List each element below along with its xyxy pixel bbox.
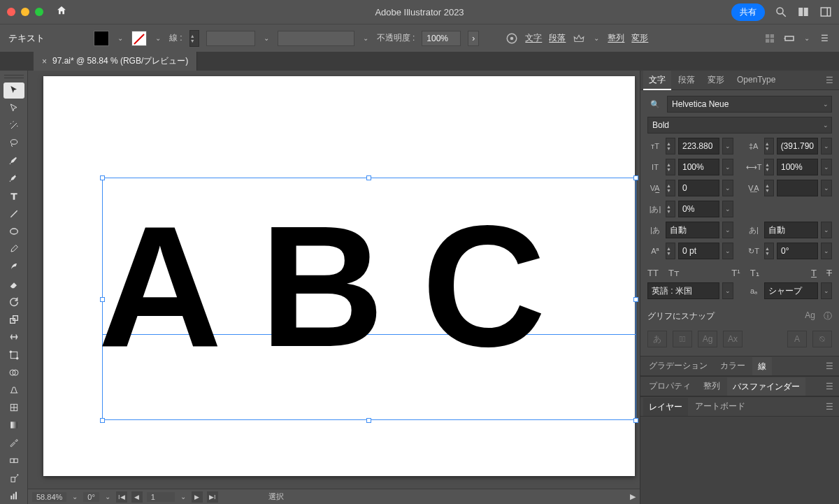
tab-opentype[interactable]: OpenType bbox=[731, 71, 781, 89]
snap-glyph-icon[interactable]: Ag bbox=[805, 310, 815, 322]
chevron-down-icon[interactable]: ⌄ bbox=[821, 138, 832, 154]
panel-menu-icon[interactable]: ☰ bbox=[820, 361, 839, 371]
tab-gradient[interactable]: グラデーション bbox=[643, 357, 713, 376]
pen-tool[interactable] bbox=[3, 153, 24, 169]
home-icon[interactable] bbox=[56, 5, 67, 19]
layers-panel-body[interactable] bbox=[640, 417, 839, 504]
artboard-nav-field[interactable]: 1 bbox=[147, 492, 175, 502]
chevron-down-icon[interactable]: ⌄ bbox=[722, 243, 733, 259]
panel-menu-icon[interactable]: ☰ bbox=[820, 75, 839, 85]
chevron-down-icon[interactable]: ⌄ bbox=[722, 159, 733, 175]
opacity-more-button[interactable]: › bbox=[468, 31, 479, 46]
prefs-icon[interactable]: ☰ bbox=[818, 32, 831, 45]
variable-width-profile[interactable] bbox=[278, 31, 354, 46]
lasso-tool[interactable] bbox=[3, 135, 24, 151]
width-tool[interactable] bbox=[3, 329, 24, 345]
chevron-down-icon[interactable]: ⌄ bbox=[116, 34, 124, 42]
panel-menu-icon[interactable]: ☰ bbox=[820, 382, 839, 391]
fullscreen-window-button[interactable] bbox=[35, 8, 43, 16]
close-icon[interactable]: × bbox=[42, 57, 47, 66]
chevron-down-icon[interactable]: ⌄ bbox=[821, 222, 832, 238]
tab-align[interactable]: 整列 bbox=[698, 377, 726, 396]
isolate-icon[interactable] bbox=[763, 32, 776, 45]
symbol-sprayer-tool[interactable] bbox=[3, 470, 24, 486]
stroke-swatch[interactable] bbox=[131, 31, 147, 46]
type-tool[interactable] bbox=[3, 188, 24, 204]
tracking-field[interactable] bbox=[777, 180, 818, 196]
glyph-snap-option[interactable]: あ̄ bbox=[673, 331, 692, 347]
chevron-down-icon[interactable]: ⌄ bbox=[361, 34, 370, 42]
glyph-snap-option[interactable]: A bbox=[787, 331, 807, 347]
chevron-down-icon[interactable]: ⌄ bbox=[821, 243, 832, 259]
free-transform-tool[interactable] bbox=[3, 347, 24, 363]
kerning-stepper[interactable]: ▲▼ bbox=[666, 180, 675, 196]
chevron-down-icon[interactable]: ⌄ bbox=[592, 34, 601, 42]
superscript-button[interactable]: T¹ bbox=[731, 268, 740, 278]
small-caps-button[interactable]: Tᴛ bbox=[668, 268, 680, 278]
canvas-text-object[interactable]: ABC bbox=[98, 201, 584, 373]
selection-handle[interactable] bbox=[366, 175, 371, 180]
toolbar-grip[interactable] bbox=[4, 75, 24, 78]
canvas[interactable]: ABC 58.84%⌄ 0°⌄ I◀ ◀ 1⌄ ▶ ▶I 選択 ▶ bbox=[28, 71, 640, 504]
line-tool[interactable] bbox=[3, 206, 24, 222]
strikethrough-button[interactable]: T bbox=[826, 268, 832, 278]
close-window-button[interactable] bbox=[7, 8, 15, 16]
next-artboard-button[interactable]: ▶ bbox=[192, 491, 203, 503]
aki-left-field[interactable]: 自動 bbox=[666, 222, 719, 238]
eyedropper-tool[interactable] bbox=[3, 435, 24, 451]
chevron-down-icon[interactable]: ⌄ bbox=[722, 138, 733, 154]
leading-stepper[interactable]: ▲▼ bbox=[764, 138, 774, 154]
hscale-field[interactable]: 100% bbox=[777, 159, 818, 175]
chevron-down-icon[interactable]: ⌄ bbox=[821, 282, 832, 299]
font-family-field[interactable]: Helvetica Neue⌄ bbox=[667, 96, 832, 113]
tab-character[interactable]: 文字 bbox=[643, 71, 671, 90]
scrollbar-right-arrow[interactable]: ▶ bbox=[630, 492, 636, 501]
font-size-field[interactable]: 223.880 bbox=[678, 138, 719, 154]
column-graph-tool[interactable] bbox=[3, 488, 24, 504]
chevron-down-icon[interactable]: ⌄ bbox=[262, 34, 271, 42]
chevron-down-icon[interactable]: ⌄ bbox=[803, 34, 811, 42]
selection-handle[interactable] bbox=[633, 175, 638, 180]
zoom-field[interactable]: 58.84% bbox=[32, 492, 66, 502]
leading-field[interactable]: (391.790 bbox=[777, 138, 818, 154]
prev-artboard-button[interactable]: ◀ bbox=[131, 491, 143, 503]
language-field[interactable]: 英語 : 米国 bbox=[647, 282, 719, 299]
chevron-down-icon[interactable]: ⌄ bbox=[722, 180, 733, 196]
rectangle-tool[interactable] bbox=[3, 223, 24, 239]
antialias-field[interactable]: シャープ bbox=[764, 282, 818, 299]
transform-link[interactable]: 変形 bbox=[631, 32, 648, 44]
tab-transform[interactable]: 変形 bbox=[702, 71, 730, 90]
chevron-down-icon[interactable]: ⌄ bbox=[821, 159, 832, 175]
char-rotation-stepper[interactable]: ▲▼ bbox=[764, 243, 774, 259]
tab-pathfinder[interactable]: パスファインダー bbox=[727, 377, 805, 396]
direct-selection-tool[interactable] bbox=[3, 100, 24, 116]
vscale-field[interactable]: 100% bbox=[678, 159, 719, 175]
last-artboard-button[interactable]: ▶I bbox=[207, 491, 218, 503]
selection-handle[interactable] bbox=[366, 418, 371, 423]
shape-builder-tool[interactable] bbox=[3, 364, 24, 380]
mesh-tool[interactable] bbox=[3, 400, 24, 416]
info-icon[interactable]: ⓘ bbox=[824, 310, 832, 322]
tsume-field[interactable]: 0% bbox=[678, 201, 719, 217]
aki-right-field[interactable]: 自動 bbox=[764, 222, 818, 238]
tab-color[interactable]: カラー bbox=[715, 357, 751, 376]
chevron-down-icon[interactable]: ⌄ bbox=[722, 222, 733, 238]
subscript-button[interactable]: T₁ bbox=[750, 268, 759, 278]
opacity-field[interactable]: 100% bbox=[422, 31, 461, 46]
selection-tool[interactable] bbox=[3, 82, 24, 99]
tracking-stepper[interactable]: ▲▼ bbox=[764, 180, 774, 196]
paragraph-link[interactable]: 段落 bbox=[549, 32, 566, 44]
document-tab[interactable]: × 97.ai* @ 58.84 % (RGB/プレビュー) bbox=[34, 52, 197, 71]
magic-wand-tool[interactable] bbox=[3, 117, 24, 134]
chevron-down-icon[interactable]: ⌄ bbox=[722, 282, 733, 299]
scale-tool[interactable] bbox=[3, 312, 24, 328]
rotate-tool[interactable] bbox=[3, 294, 24, 310]
tab-paragraph[interactable]: 段落 bbox=[673, 71, 701, 90]
selection-handle[interactable] bbox=[633, 418, 638, 423]
baseline-shift-field[interactable]: 0 pt bbox=[678, 243, 719, 259]
baseline-shift-stepper[interactable]: ▲▼ bbox=[666, 243, 675, 259]
chevron-down-icon[interactable]: ⌄ bbox=[821, 180, 832, 196]
align-to-icon[interactable] bbox=[783, 32, 796, 45]
blend-tool[interactable] bbox=[3, 452, 24, 468]
character-link[interactable]: 文字 bbox=[525, 32, 542, 44]
